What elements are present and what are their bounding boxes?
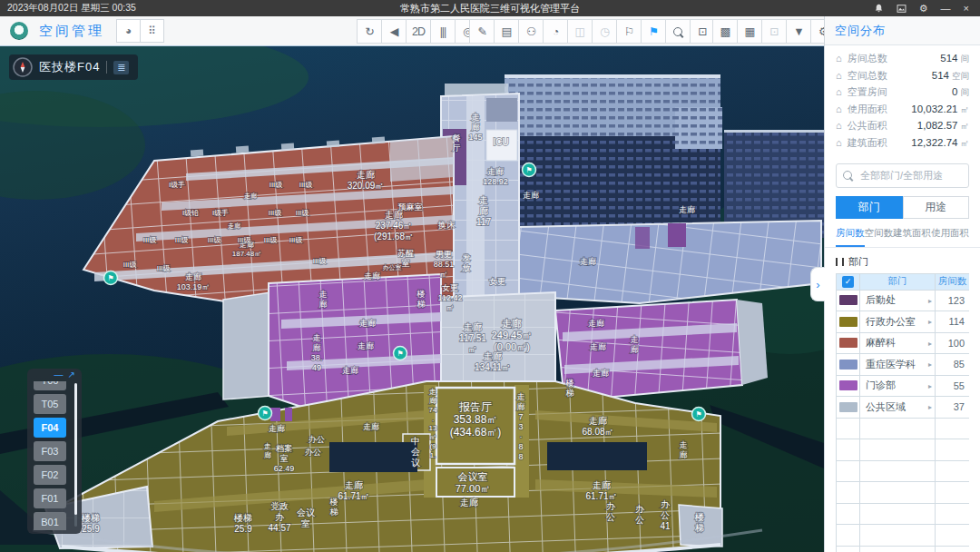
room-label: 楼梯25.9: [233, 513, 252, 534]
edit-box-icon[interactable]: ⊡: [690, 19, 715, 44]
stat-unit: 空间: [952, 71, 969, 83]
room-label: III级: [299, 181, 313, 189]
building-icon: ⌂: [836, 86, 842, 97]
floor-list-icon[interactable]: ≣: [113, 61, 129, 74]
camera-icon[interactable]: ◫: [567, 19, 593, 44]
notification-bell-icon[interactable]: [874, 4, 884, 14]
filter-funnel-icon[interactable]: ▼: [786, 19, 811, 44]
room-label: 走廊: [588, 319, 604, 328]
subtab-use-area[interactable]: 使用面积: [931, 227, 969, 247]
room-count: 123: [936, 290, 970, 311]
table-row[interactable]: 麻醉科▸100: [837, 332, 970, 354]
table-row[interactable]: 重症医学科▸85: [837, 354, 970, 376]
tab-department[interactable]: 部门: [836, 196, 903, 219]
row-expand-icon[interactable]: ▸: [928, 381, 932, 389]
flag-marker-icon[interactable]: ⚐: [616, 19, 642, 44]
edit-disabled-icon[interactable]: ⊡: [761, 19, 787, 44]
table-row[interactable]: 门诊部▸55: [837, 375, 970, 397]
pie-view-icon[interactable]: ◕: [116, 19, 141, 43]
space-flag-icon[interactable]: ⚑: [641, 19, 666, 44]
tab-usage[interactable]: 用途: [903, 196, 970, 219]
empty-table-row: [837, 546, 970, 552]
row-expand-icon[interactable]: ▸: [928, 296, 932, 304]
dept-name: 后勤处: [866, 294, 896, 305]
table-row[interactable]: 公共区域▸37: [837, 397, 970, 419]
floors-scrollbar[interactable]: [74, 383, 77, 527]
screenshot-icon[interactable]: [897, 4, 906, 14]
device-marker[interactable]: ⚑: [523, 163, 536, 177]
close-icon[interactable]: ×: [964, 4, 969, 14]
floor-button-T05[interactable]: T05: [34, 394, 66, 414]
room-label: 女更: [489, 277, 505, 286]
room-label: 走廊: [460, 498, 478, 508]
table-row[interactable]: 行政办公室▸114: [837, 311, 970, 333]
history-clock-icon[interactable]: ◷: [592, 19, 617, 44]
subtab-gross-area[interactable]: 建筑面积: [893, 227, 931, 247]
room-label: 走廊: [319, 290, 328, 309]
data-table-icon[interactable]: ▦: [737, 19, 762, 44]
people-icon[interactable]: ⚇: [518, 19, 544, 44]
device-marker[interactable]: ⚑: [394, 347, 407, 360]
building-icon: ⌂: [836, 120, 842, 131]
row-expand-icon[interactable]: ▸: [928, 318, 932, 326]
layout-blocks-icon[interactable]: ▩: [712, 19, 738, 44]
search-box[interactable]: [836, 163, 969, 188]
dept-name: 重症医学科: [866, 359, 916, 370]
room-label: 楼梯: [416, 290, 426, 309]
id-card-icon[interactable]: ▤: [494, 19, 519, 44]
floors-minimize-icon[interactable]: —: [54, 370, 64, 380]
room-label: 走廊: [590, 342, 606, 351]
reset-view-icon[interactable]: ↻: [357, 19, 382, 44]
room-label: 发放: [463, 253, 471, 272]
room-label: 走廊: [364, 271, 380, 281]
floor-button-F03[interactable]: F03: [34, 441, 66, 461]
table-row[interactable]: 后勤处▸123: [837, 290, 970, 311]
floor-split-icon[interactable]: |||: [430, 19, 456, 44]
floor-button-T06[interactable]: T06: [34, 381, 66, 390]
minimize-icon[interactable]: —: [941, 4, 951, 14]
stat-value: 12,322.74: [911, 137, 957, 148]
compass-icon: [13, 57, 33, 77]
floor-button-F04[interactable]: F04: [34, 418, 66, 438]
empty-table-row: [837, 418, 970, 439]
stat-unit: 间: [961, 87, 970, 99]
floor-button-F01[interactable]: F01: [34, 488, 66, 508]
device-marker[interactable]: ⚑: [104, 271, 118, 285]
building-badge[interactable]: 医技楼F04 ≣: [9, 54, 138, 80]
row-expand-icon[interactable]: ▸: [928, 339, 932, 347]
subtab-room-count[interactable]: 房间数: [836, 227, 865, 247]
svg-text:⚑: ⚑: [695, 410, 701, 419]
search-input[interactable]: [858, 169, 962, 182]
device-marker[interactable]: ⚑: [259, 407, 272, 420]
room-label: 中会议: [411, 436, 420, 468]
orientation-icon[interactable]: ◀: [381, 19, 407, 44]
subtab-space-count[interactable]: 空间数: [865, 227, 894, 247]
titlebar: 2023年08月02日 星期三 00:35 常熟市第二人民医院三维可视化管理平台…: [0, 0, 980, 16]
panel-collapse-toggle[interactable]: ›: [810, 267, 825, 301]
floors-expand-icon[interactable]: ↗: [68, 370, 75, 380]
stat-value: 514: [940, 53, 957, 64]
room-label: 走廊: [631, 335, 639, 354]
space-stats: ⌂房间总数514间⌂空间总数514空间⌂空置房间0间⌂使用面积10,032.21…: [825, 45, 980, 155]
grid-view-icon[interactable]: ⠿: [140, 19, 164, 43]
room-label: 走廊: [593, 369, 609, 378]
floor-button-B01[interactable]: B01: [34, 512, 66, 530]
building-icon: ⌂: [836, 104, 842, 114]
settings-gear-icon[interactable]: ⚙: [919, 4, 928, 14]
mode-2d-icon[interactable]: 2D: [406, 19, 431, 44]
row-expand-icon[interactable]: ▸: [928, 403, 932, 411]
room-count: 55: [936, 375, 970, 397]
building-icon: ⌂: [836, 137, 842, 148]
row-expand-icon[interactable]: ▸: [928, 360, 932, 369]
room-label: 楼梯: [329, 498, 338, 517]
measure-pen-icon[interactable]: ✎: [469, 19, 495, 44]
select-all-checkbox[interactable]: ✓: [842, 276, 854, 288]
room-label: 楼梯25.9: [81, 513, 100, 534]
search-icon[interactable]: [665, 19, 691, 44]
dashboard-gauge-icon[interactable]: ◔: [543, 19, 568, 44]
search-icon: [843, 171, 852, 180]
floor-button-F02[interactable]: F02: [34, 465, 66, 485]
device-marker[interactable]: ⚑: [692, 408, 706, 421]
room-label: III级: [157, 264, 171, 272]
3d-scene-viewport[interactable]: 走廊320.09㎡预麻室走廊237.46㎡(291.68㎡换床苏醒室男更88.5…: [0, 45, 824, 552]
